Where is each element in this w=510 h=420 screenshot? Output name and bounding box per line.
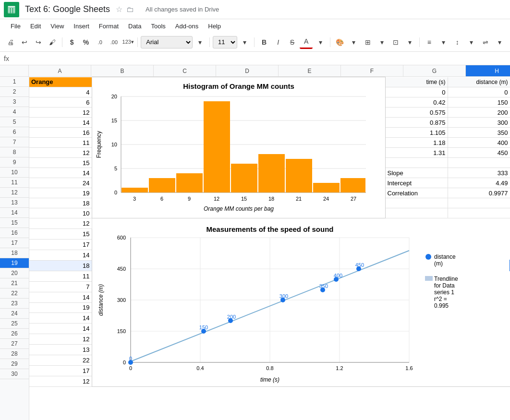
row-num-2[interactable]: 2 [0, 87, 29, 97]
row-num-25[interactable]: 25 [0, 319, 29, 329]
menu-file[interactable]: File [6, 21, 25, 32]
cell-a23[interactable]: 19 [29, 302, 92, 313]
row-num-20[interactable]: 20 [0, 268, 29, 278]
cell-a28[interactable]: 22 [29, 355, 92, 366]
row-num-14[interactable]: 14 [0, 208, 29, 218]
cell-a1[interactable]: Orange [29, 77, 92, 87]
row-num-11[interactable]: 11 [0, 178, 29, 188]
font-size-dropdown-button[interactable]: ▾ [238, 36, 251, 49]
font-size-selector[interactable]: 11 [213, 36, 237, 48]
row-num-8[interactable]: 8 [0, 147, 29, 157]
row-num-24[interactable]: 24 [0, 309, 29, 319]
cell-a15[interactable]: 12 [29, 218, 92, 229]
cell-g2[interactable]: 0 [385, 87, 448, 97]
decimal-dec-button[interactable]: .0 [94, 36, 107, 49]
cell-g3[interactable]: 0.42 [385, 97, 448, 108]
row-num-23[interactable]: 23 [0, 299, 29, 309]
col-header-g[interactable]: G [403, 65, 466, 76]
menu-edit[interactable]: Edit [25, 21, 46, 32]
cell-a21[interactable]: 7 [29, 281, 92, 292]
merge-dropdown[interactable]: ▾ [403, 36, 416, 49]
col-header-b[interactable]: B [91, 65, 154, 76]
cell-a30[interactable]: 12 [29, 376, 92, 387]
cell-a26[interactable]: 12 [29, 334, 92, 345]
cell-a17[interactable]: 17 [29, 239, 92, 250]
decimal-inc-button[interactable]: .00 [108, 36, 121, 49]
col-header-a[interactable]: A [29, 65, 91, 76]
fill-color-button[interactable]: 🎨 [333, 36, 346, 49]
menu-help[interactable]: Help [203, 21, 226, 32]
cell-a8[interactable]: 12 [29, 148, 92, 158]
cell-a3[interactable]: 6 [29, 97, 92, 108]
wrap-button[interactable]: ⇌ [479, 36, 492, 49]
row-num-18[interactable]: 18 [0, 248, 29, 258]
cell-g14[interactable] [385, 208, 448, 218]
cell-a27[interactable]: 13 [29, 345, 92, 355]
cell-h5[interactable]: 300 [448, 118, 510, 128]
cell-a16[interactable]: 15 [29, 228, 92, 239]
menu-view[interactable]: View [46, 21, 69, 32]
dollar-button[interactable]: $ [65, 36, 78, 49]
cell-a2[interactable]: 4 [29, 87, 92, 97]
undo-button[interactable]: ↩ [18, 36, 31, 49]
row-num-4[interactable]: 4 [0, 107, 29, 117]
font-selector[interactable]: Arial [141, 36, 193, 48]
star-icon[interactable]: ☆ [116, 5, 122, 14]
cell-h10[interactable]: 333 [448, 168, 510, 178]
valign-dropdown[interactable]: ▾ [465, 36, 478, 49]
cell-a13[interactable]: 18 [29, 198, 92, 208]
cell-g9[interactable] [385, 158, 448, 168]
cell-a11[interactable]: 24 [29, 178, 92, 188]
cell-a7[interactable]: 11 [29, 138, 92, 148]
cell-a9[interactable]: 15 [29, 158, 92, 168]
cell-a18[interactable]: 14 [29, 250, 92, 260]
cell-g12[interactable]: Correlation [385, 188, 448, 198]
row-num-13[interactable]: 13 [0, 198, 29, 208]
text-color-dropdown[interactable]: ▾ [314, 36, 327, 49]
cell-g1[interactable]: time (s) [385, 77, 448, 87]
cell-h8[interactable]: 450 [448, 148, 510, 158]
cell-h12[interactable]: 0.9977 [448, 188, 510, 198]
row-num-15[interactable]: 15 [0, 218, 29, 228]
fill-color-dropdown[interactable]: ▾ [347, 36, 360, 49]
cell-h9[interactable] [448, 158, 510, 168]
bold-button[interactable]: B [257, 36, 270, 49]
cell-a14[interactable]: 10 [29, 208, 92, 218]
row-num-3[interactable]: 3 [0, 97, 29, 107]
col-header-h[interactable]: H [466, 65, 510, 76]
cell-g5[interactable]: 0.875 [385, 118, 448, 128]
cell-a22[interactable]: 14 [29, 292, 92, 302]
row-num-19[interactable]: 19 [0, 258, 29, 268]
cell-a12[interactable]: 19 [29, 188, 92, 198]
row-num-6[interactable]: 6 [0, 127, 29, 137]
col-header-c[interactable]: C [154, 65, 216, 76]
row-num-7[interactable]: 7 [0, 137, 29, 147]
cell-h1[interactable]: distance (m) [448, 77, 510, 87]
cell-h13[interactable] [448, 198, 510, 208]
halign-dropdown[interactable]: ▾ [437, 36, 449, 49]
row-num-5[interactable]: 5 [0, 117, 29, 127]
cell-h2[interactable]: 0 [448, 87, 510, 97]
cell-a10[interactable]: 14 [29, 168, 92, 178]
col-header-e[interactable]: E [279, 65, 341, 76]
row-num-28[interactable]: 28 [0, 349, 29, 359]
redo-button[interactable]: ↪ [32, 36, 45, 49]
percent-button[interactable]: % [79, 36, 92, 49]
borders-button[interactable]: ⊞ [361, 36, 374, 49]
menu-format[interactable]: Format [94, 21, 123, 32]
text-color-button[interactable]: A [300, 36, 313, 49]
cell-g4[interactable]: 0.575 [385, 108, 448, 118]
row-num-27[interactable]: 27 [0, 339, 29, 349]
cell-a5[interactable]: 14 [29, 118, 92, 128]
cell-h7[interactable]: 400 [448, 138, 510, 148]
cell-h4[interactable]: 200 [448, 108, 510, 118]
merge-button[interactable]: ⊡ [389, 36, 402, 49]
cell-a6[interactable]: 16 [29, 128, 92, 138]
menu-data[interactable]: Data [123, 21, 146, 32]
cell-g8[interactable]: 1.31 [385, 148, 448, 158]
row-num-10[interactable]: 10 [0, 168, 29, 178]
cell-h14[interactable] [448, 208, 510, 218]
row-num-16[interactable]: 16 [0, 228, 29, 238]
paint-format-button[interactable]: 🖌 [46, 36, 59, 49]
row-num-22[interactable]: 22 [0, 288, 29, 299]
